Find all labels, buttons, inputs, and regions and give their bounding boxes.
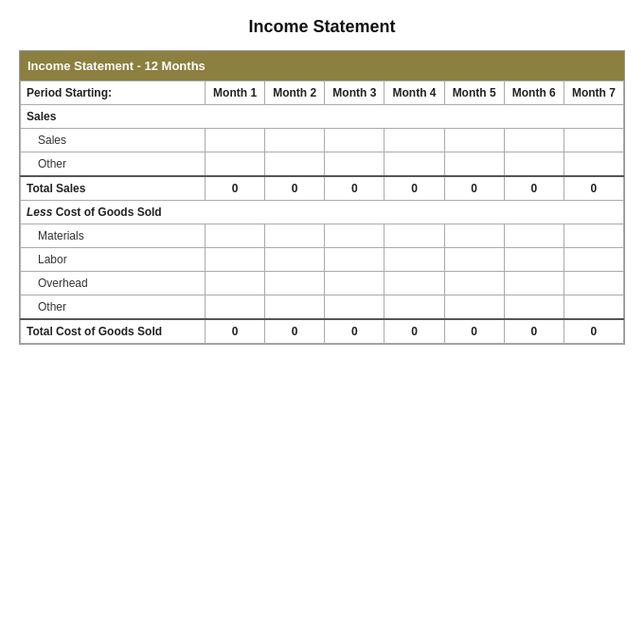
total-sales-m3: 0 [325, 176, 385, 201]
sales-section-header: Sales [21, 105, 624, 129]
month1-header: Month 1 [206, 81, 265, 105]
total-cogs-row: Total Cost of Goods Sold 0 0 0 0 0 0 0 [21, 319, 624, 344]
overhead-row: Overhead [21, 272, 624, 295]
total-cogs-m6: 0 [504, 319, 564, 344]
materials-label: Materials [21, 224, 206, 248]
month7-header: Month 7 [564, 81, 623, 105]
labor-row: Labor [21, 248, 624, 272]
cogs-rest-label: Cost of Goods Sold [52, 206, 161, 219]
total-sales-m1: 0 [206, 176, 265, 201]
table-subtitle: Income Statement - 12 Months [20, 51, 624, 80]
total-cogs-m1: 0 [206, 319, 265, 344]
month2-header: Month 2 [265, 81, 325, 105]
total-cogs-label: Total Cost of Goods Sold [21, 319, 206, 344]
cogs-section-header: Less Cost of Goods Sold [21, 201, 624, 224]
total-sales-m6: 0 [504, 176, 564, 201]
month5-header: Month 5 [444, 81, 504, 105]
income-statement-table: Income Statement - 12 Months Period Star… [19, 50, 625, 345]
less-italic-label: Less [27, 206, 52, 219]
sales-sub-label: Sales [21, 129, 206, 152]
total-sales-m5: 0 [444, 176, 504, 201]
cogs-other-row: Other [21, 295, 624, 320]
total-sales-m2: 0 [265, 176, 325, 201]
total-sales-m7: 0 [564, 176, 623, 201]
cogs-other-label: Other [21, 295, 206, 320]
total-sales-m4: 0 [385, 176, 444, 201]
sales-other-label: Other [21, 152, 206, 177]
total-sales-label: Total Sales [21, 176, 206, 201]
sales-label: Sales [21, 105, 624, 129]
cogs-label: Less Cost of Goods Sold [21, 201, 624, 224]
sales-other-row: Other [21, 152, 624, 177]
total-cogs-m2: 0 [265, 319, 325, 344]
total-cogs-m7: 0 [564, 319, 623, 344]
page-title: Income Statement [19, 17, 625, 37]
sales-row: Sales [21, 129, 624, 152]
total-cogs-m5: 0 [444, 319, 504, 344]
total-sales-row: Total Sales 0 0 0 0 0 0 0 [21, 176, 624, 201]
total-cogs-m4: 0 [385, 319, 444, 344]
month4-header: Month 4 [385, 81, 444, 105]
period-header: Period Starting: [21, 81, 206, 105]
overhead-label: Overhead [21, 272, 206, 295]
month6-header: Month 6 [504, 81, 564, 105]
labor-label: Labor [21, 248, 206, 272]
total-cogs-m3: 0 [325, 319, 385, 344]
materials-row: Materials [21, 224, 624, 248]
month3-header: Month 3 [325, 81, 385, 105]
